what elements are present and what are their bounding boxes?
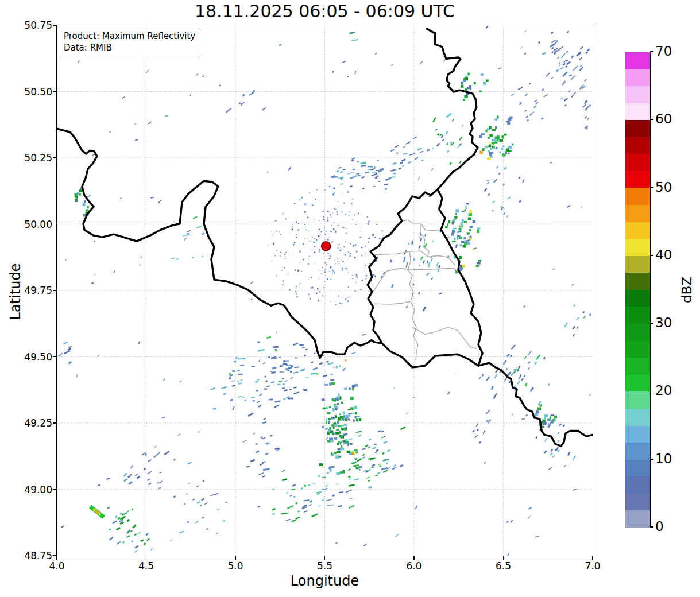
colorbar-tick-mark — [650, 323, 653, 324]
y-tick-mark — [53, 25, 56, 26]
colorbar-segment — [625, 52, 650, 69]
country-border — [478, 363, 593, 446]
colorbar-segment — [625, 103, 650, 121]
colorbar-tick-mark — [650, 255, 653, 256]
colorbar-tick-mark — [650, 526, 653, 528]
colorbar-tick-label: 30 — [655, 315, 672, 330]
x-tick-label: 4.0 — [37, 560, 77, 572]
colorbar-label: dBZ — [679, 267, 694, 313]
admin-border — [408, 251, 418, 360]
colorbar-segment — [625, 222, 650, 239]
colorbar-segment — [625, 205, 650, 222]
map-plot-area: Product: Maximum Reflectivity Data: RMIB — [56, 25, 593, 556]
y-tick-label: 50.25 — [18, 152, 52, 164]
colorbar-segment — [625, 460, 650, 477]
colorbar-segment — [625, 86, 650, 103]
y-tick-mark — [53, 290, 56, 291]
figure-title: 18.11.2025 06:05 - 06:09 UTC — [57, 1, 593, 21]
colorbar-segment — [625, 341, 650, 358]
y-tick-label: 48.75 — [18, 550, 52, 561]
y-tick-label: 49.25 — [18, 417, 52, 429]
y-tick-mark — [53, 356, 56, 358]
y-tick-label: 50.50 — [18, 86, 52, 98]
x-tick-label: 5.5 — [305, 560, 345, 572]
colorbar-segment — [625, 307, 650, 324]
colorbar-tick-mark — [650, 459, 653, 460]
colorbar-segment — [625, 426, 650, 443]
colorbar-tick-mark — [650, 187, 653, 188]
colorbar-segment — [625, 273, 650, 290]
x-tick-label: 6.5 — [484, 560, 524, 572]
x-tick-label: 4.5 — [126, 560, 167, 572]
x-tick-label: 6.0 — [394, 560, 434, 572]
colorbar-tick-label: 40 — [655, 247, 672, 262]
colorbar-segment — [625, 69, 650, 86]
colorbar-segment — [625, 137, 650, 154]
y-tick-mark — [53, 422, 56, 424]
y-tick-mark — [53, 489, 56, 490]
admin-border — [373, 268, 465, 292]
colorbar-tick-mark — [650, 51, 653, 52]
colorbar-segment — [625, 375, 650, 392]
colorbar-tick-mark — [650, 119, 653, 120]
radar-map-canvas — [57, 25, 593, 556]
gridlines — [57, 25, 593, 556]
y-tick-label: 49.50 — [18, 351, 52, 363]
colorbar-segment — [625, 154, 650, 171]
y-tick-mark — [53, 157, 56, 158]
colorbar-segment — [625, 476, 650, 494]
colorbar-segment — [625, 188, 650, 205]
x-tick-mark — [503, 556, 504, 560]
colorbar-segment — [625, 510, 650, 528]
radar-site-marker — [322, 242, 331, 251]
colorbar-tick-label: 70 — [655, 44, 672, 59]
data-source: Data: RMIB — [64, 42, 195, 54]
x-tick-label: 7.0 — [573, 560, 613, 572]
colorbar-segment — [625, 494, 650, 511]
colorbar-segment — [625, 358, 650, 375]
y-tick-label: 50.75 — [18, 20, 52, 31]
y-tick-mark — [53, 224, 56, 225]
y-tick-mark — [53, 555, 56, 556]
y-tick-mark — [53, 91, 56, 92]
colorbar-segment — [625, 391, 650, 409]
colorbar-tick-label: 20 — [655, 383, 672, 398]
y-tick-label: 49.75 — [18, 285, 52, 296]
admin-border — [374, 301, 411, 304]
colorbar-segment — [625, 443, 650, 460]
product-info-box: Product: Maximum Reflectivity Data: RMIB — [60, 29, 200, 57]
country-border — [427, 29, 478, 189]
colorbar-segment — [625, 324, 650, 341]
product-name: Product: Maximum Reflectivity — [64, 31, 195, 42]
x-tick-mark — [592, 556, 593, 560]
radar-figure: 18.11.2025 06:05 - 06:09 UTC Product: Ma… — [0, 0, 700, 597]
admin-border — [412, 327, 477, 348]
colorbar-segment — [625, 171, 650, 188]
markers — [322, 242, 331, 251]
colorbar-tick-label: 10 — [655, 451, 672, 466]
x-tick-mark — [413, 556, 415, 560]
x-tick-mark — [235, 556, 236, 560]
colorbar-segment — [625, 290, 650, 307]
x-tick-mark — [56, 556, 57, 560]
x-axis-label: Longitude — [57, 573, 593, 589]
x-tick-mark — [324, 556, 326, 560]
y-tick-label: 49.00 — [18, 484, 52, 495]
colorbar-segment — [625, 239, 650, 256]
x-tick-mark — [146, 556, 147, 560]
y-tick-label: 50.00 — [18, 219, 52, 230]
colorbar — [625, 52, 651, 528]
x-tick-label: 5.0 — [215, 560, 256, 572]
colorbar-tick-label: 50 — [655, 180, 672, 195]
colorbar-segment — [625, 120, 650, 137]
country-border — [57, 129, 382, 358]
colorbar-segment — [625, 409, 650, 426]
colorbar-tick-label: 0 — [655, 519, 664, 534]
colorbar-tick-mark — [650, 391, 653, 392]
colorbar-segment — [625, 256, 650, 273]
colorbar-tick-label: 60 — [655, 111, 672, 126]
